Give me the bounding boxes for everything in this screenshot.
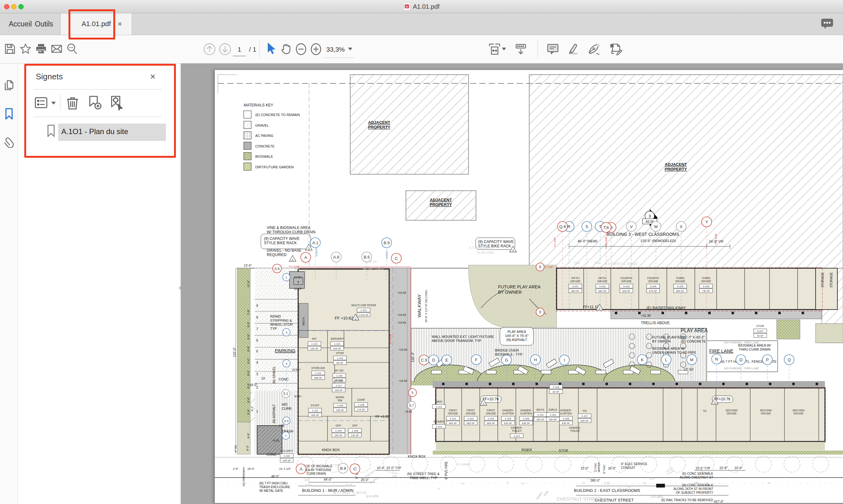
grid-bubble-label: B.5 (364, 255, 370, 259)
email-button[interactable] (50, 42, 63, 56)
grid-bubble-label: 3 (285, 331, 287, 334)
transformer (289, 272, 304, 288)
room-label: MEN (436, 400, 442, 403)
fit-dropdown-caret-icon[interactable] (502, 48, 506, 50)
plan-label: (E) RAISED WALKWAY (647, 306, 686, 310)
grid-bubble-label: 5.1 (284, 392, 288, 395)
sign-tool-button[interactable] (588, 42, 601, 57)
plan-label: STORAGE (821, 272, 824, 287)
plan-label: OE (627, 485, 631, 488)
bookmarks-panel-button[interactable] (3, 107, 15, 122)
room-number: 2-110 (514, 435, 520, 437)
fit-width-button[interactable] (488, 42, 501, 57)
plan-label: F.O. SLAB (289, 265, 299, 268)
zoom-out-button[interactable] (295, 42, 308, 57)
star-button[interactable] (19, 42, 32, 56)
plan-label: W (696, 481, 699, 484)
plan-label: 6" PVC FIRE (444, 462, 448, 480)
plan-label: F.O. SLAB (715, 234, 717, 244)
search-button[interactable] (66, 42, 78, 56)
room-label: OFF (352, 424, 358, 427)
zoom-in-button[interactable] (310, 42, 322, 57)
plan-label: F.O. SLAB (389, 334, 391, 344)
room-label: GIRLS (548, 408, 557, 411)
zoom-level-value[interactable]: 33,3% (326, 43, 345, 56)
grid-bubble-label: Y (705, 220, 708, 224)
next-page-button[interactable] (218, 42, 232, 57)
street-tree (469, 456, 485, 472)
garden-strip (436, 442, 825, 450)
room-number: 2-114 (537, 413, 544, 416)
plan-label: 8.80 INV (365, 469, 375, 478)
tab-close-icon[interactable]: × (115, 19, 124, 29)
column (638, 312, 640, 314)
materials-key-label: CONCRETE (255, 144, 275, 148)
column (722, 383, 725, 385)
toolbar-separator (259, 39, 260, 59)
tab-home[interactable]: Accueil (9, 13, 32, 35)
select-tool-button[interactable] (265, 42, 278, 57)
new-bookmark-button[interactable] (87, 95, 102, 112)
plan-label: 46'-0" (NEW) (578, 239, 597, 243)
room-label: FOURTHGRADE (620, 276, 632, 283)
column (755, 312, 757, 314)
page-number-input[interactable]: 1 (233, 43, 246, 56)
plan-label: 21'-1 1/2" (279, 467, 291, 470)
comments-panel-button[interactable] (820, 17, 834, 31)
previous-page-button[interactable] (203, 42, 216, 57)
column (629, 383, 631, 385)
attachments-panel-button[interactable] (3, 135, 15, 149)
tab-tools[interactable]: Outils (35, 13, 53, 35)
pdf-page[interactable]: 3 A3.00 MATERIALS KEY(E) CONCRETE TO REM… (215, 70, 843, 504)
hand-tool-button[interactable] (280, 42, 293, 57)
options-caret-icon[interactable] (51, 102, 56, 105)
plan-label: 8'-3" (246, 445, 249, 451)
scrolling-mode-button[interactable] (514, 42, 527, 57)
grid-bubble-label: H (534, 358, 537, 362)
plan-label: CL (437, 487, 441, 490)
room-area: 130 SF (351, 434, 359, 437)
bookmarks-panel-close-icon[interactable]: × (150, 71, 156, 82)
room-number: 2-107 (581, 415, 588, 417)
room-number: 3-103 (623, 285, 630, 288)
bookmark-item-label[interactable]: A.1O1 - Plan du site (61, 127, 128, 136)
plan-label: T (297, 281, 299, 285)
plan-label: MECH. (302, 317, 305, 326)
print-button[interactable] (35, 42, 47, 56)
more-tools-button[interactable] (609, 42, 622, 57)
column (699, 383, 701, 385)
plan-label: CONC (266, 453, 277, 456)
bookmark-add-icon (87, 95, 102, 110)
save-button[interactable] (4, 42, 16, 56)
room-number: 1-106 (358, 403, 365, 406)
room-label: FIFTHGRADE (597, 276, 607, 283)
page-thumbnails-button[interactable] (3, 79, 15, 93)
plan-label: 25'-0" X 117'-0" (N) CONC. (425, 289, 428, 323)
room-area: 44 SF (757, 335, 763, 337)
plan-label: BIOSWALE AREA W/THRU CURB DRAIN (738, 343, 771, 351)
fountain-pen-icon (588, 42, 601, 56)
street-tree (526, 456, 542, 472)
highlight-tool-button[interactable] (567, 42, 580, 57)
panel-collapse-handle[interactable]: ‹ (179, 281, 182, 293)
delete-bookmark-button[interactable] (65, 95, 80, 112)
plan-label: 48'-0" (271, 475, 279, 478)
plan-label: 2" PVCWATER (594, 462, 600, 472)
grid-bubble-label: S (585, 224, 589, 229)
plan-label: 12'-8" (247, 280, 250, 287)
grid-bubble-label: Q.9 (559, 224, 566, 229)
hand-icon (280, 42, 293, 56)
room-number: 1-105 (337, 404, 344, 407)
room-number: 2-102 (468, 417, 474, 420)
comment-tool-button[interactable] (546, 42, 559, 57)
bookmark-options-button[interactable] (34, 95, 48, 111)
room-label: SERVERY (331, 337, 344, 340)
room-label: KINDER-GARTEN (502, 409, 514, 415)
goto-bookmark-button[interactable] (109, 95, 124, 112)
plan-label: 13'-6" (244, 264, 252, 267)
email-icon (50, 42, 63, 55)
zoom-dropdown-caret-icon[interactable] (348, 48, 352, 50)
plan-label: STOR (559, 449, 568, 452)
room-number: 3-106 (703, 285, 709, 288)
plan-label: 9.34WW (392, 472, 397, 478)
